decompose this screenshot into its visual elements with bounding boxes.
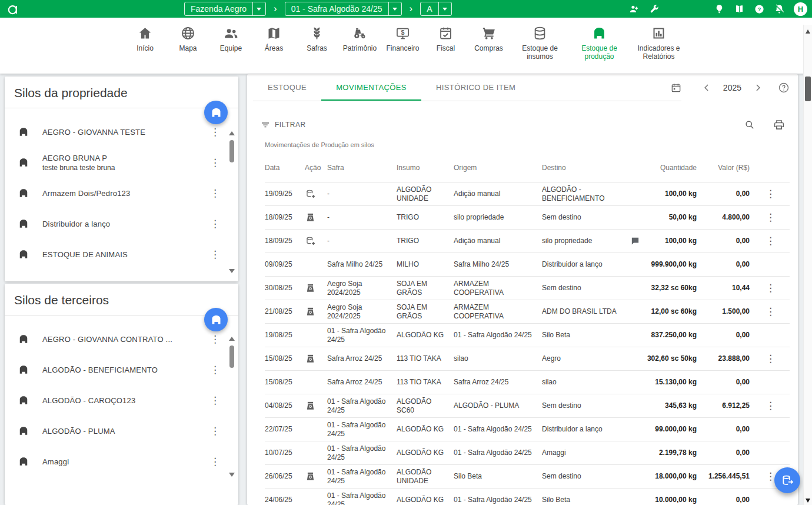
silo-menu-button[interactable]: ⋮ bbox=[210, 127, 218, 137]
movement-row: 26/06/2501 - Safra Algodão 24/25ALGODÃO … bbox=[265, 465, 790, 489]
notifications-off-icon[interactable] bbox=[774, 4, 785, 15]
tools-icon[interactable] bbox=[648, 4, 660, 15]
cell-insumo: TRIGO bbox=[397, 211, 454, 224]
silo-list-item[interactable]: ALGODÃO - BENEFICIAMENTO⋮ bbox=[5, 354, 238, 385]
farm-selector[interactable]: Fazenda Aegro bbox=[184, 2, 266, 16]
silo-menu-button[interactable]: ⋮ bbox=[210, 396, 218, 406]
aegro-logo-icon[interactable] bbox=[6, 1, 21, 16]
cell-quantidade: 100,00 kg bbox=[645, 234, 701, 248]
scroll-up-icon[interactable] bbox=[806, 29, 810, 34]
nav-item-indicadores-e-relatorios[interactable]: Indicadores e Relatórios bbox=[634, 25, 684, 61]
user-avatar[interactable]: H bbox=[794, 2, 807, 16]
plot-selector[interactable]: A bbox=[420, 2, 451, 16]
row-menu-button[interactable]: ⋮ bbox=[766, 401, 774, 411]
row-menu-button[interactable]: ⋮ bbox=[766, 212, 774, 222]
nav-item-patrimonio[interactable]: Patrimônio bbox=[343, 25, 377, 52]
row-menu-button[interactable]: ⋮ bbox=[766, 189, 774, 199]
scroll-down-icon[interactable] bbox=[806, 499, 810, 503]
silo-list-item[interactable]: AEGRO - GIOVANNA CONTRATO ...⋮ bbox=[5, 324, 238, 354]
breadcrumb-separator: › bbox=[274, 2, 277, 15]
row-menu-button[interactable]: ⋮ bbox=[766, 354, 774, 364]
cell-quantidade: 2.199,78 kg bbox=[645, 446, 701, 460]
scroll-down-icon[interactable] bbox=[229, 269, 235, 273]
nav-item-compras[interactable]: Compras bbox=[472, 25, 506, 52]
silo-name: ALGODÃO - PLUMA bbox=[42, 427, 210, 436]
tab-movimentacoes[interactable]: MOVIMENTAÇÕES bbox=[321, 74, 421, 101]
new-movement-button[interactable] bbox=[774, 467, 800, 493]
silo-menu-button[interactable]: ⋮ bbox=[210, 250, 218, 260]
nav-item-estoque-de-insumos[interactable]: Estoque de insumos bbox=[515, 25, 565, 61]
header-actions: ? H bbox=[628, 0, 807, 18]
tab-bar: ESTOQUE MOVIMENTAÇÕES HISTÓRICO DE ITEM bbox=[253, 74, 681, 101]
nav-item-financeiro[interactable]: $Financeiro bbox=[386, 25, 420, 52]
nav-item-equipe[interactable]: Equipe bbox=[214, 25, 248, 52]
next-year-button[interactable] bbox=[752, 82, 764, 94]
help-outline-icon[interactable] bbox=[778, 82, 790, 94]
nav-item-fiscal[interactable]: Fiscal bbox=[429, 25, 463, 52]
silo-list-item[interactable]: Armazem Dois/Pedro123⋮ bbox=[5, 178, 238, 208]
cell-destino: Aegro bbox=[542, 352, 630, 366]
cell-acao bbox=[305, 280, 327, 296]
row-menu-button[interactable]: ⋮ bbox=[766, 283, 774, 293]
cell-safra: 01 - Safra Algodão 24/25 bbox=[327, 324, 397, 347]
silo-menu-button[interactable]: ⋮ bbox=[210, 365, 218, 375]
breadcrumb: Fazenda Aegro › 01 - Safra Algodão 24/25… bbox=[184, 2, 452, 16]
scroll-thumb[interactable] bbox=[229, 140, 234, 162]
chevron-down-icon[interactable] bbox=[252, 2, 265, 15]
previous-year-button[interactable] bbox=[701, 82, 713, 94]
tab-estoque[interactable]: ESTOQUE bbox=[253, 74, 321, 101]
nav-item-estoque-de-producao[interactable]: Estoque de produção bbox=[574, 25, 625, 61]
nav-item-areas[interactable]: Áreas bbox=[257, 25, 291, 52]
silo-menu-button[interactable]: ⋮ bbox=[210, 158, 218, 168]
row-menu-button[interactable]: ⋮ bbox=[766, 236, 774, 246]
cell-safra: Safra Milho 24/25 bbox=[327, 258, 397, 271]
silo-list-item[interactable]: ALGODÃO - CAROÇO123⋮ bbox=[5, 385, 238, 416]
harvest-selector[interactable]: 01 - Safra Algodão 24/25 bbox=[285, 2, 402, 16]
tab-historico-de-item[interactable]: HISTÓRICO DE ITEM bbox=[421, 74, 530, 101]
search-icon[interactable] bbox=[744, 119, 756, 131]
silo-icon bbox=[18, 333, 29, 345]
silo-list-item[interactable]: ESTOQUE DE ANIMAIS⋮ bbox=[5, 239, 238, 270]
nav-item-safras[interactable]: Safras bbox=[300, 25, 334, 52]
tips-icon[interactable] bbox=[714, 4, 725, 15]
cell-acao bbox=[305, 498, 327, 503]
help-circle-icon[interactable]: ? bbox=[754, 4, 765, 15]
silo-menu-button[interactable]: ⋮ bbox=[210, 219, 218, 229]
silo-name: Amaggi bbox=[42, 457, 210, 466]
invite-user-icon[interactable] bbox=[628, 4, 640, 15]
row-menu-button[interactable]: ⋮ bbox=[766, 471, 774, 481]
add-third-party-silo-button[interactable] bbox=[204, 308, 228, 331]
silo-list-item[interactable]: AEGRO - GIOVANNA TESTE⋮ bbox=[5, 117, 238, 147]
own-silos-scrollbar bbox=[228, 131, 235, 273]
silo-menu-button[interactable]: ⋮ bbox=[210, 334, 218, 344]
cell-menu: ⋮ bbox=[754, 304, 790, 319]
scroll-down-icon[interactable] bbox=[229, 473, 235, 477]
silo-menu-button[interactable]: ⋮ bbox=[210, 457, 218, 467]
row-menu-button[interactable]: ⋮ bbox=[766, 307, 774, 317]
print-icon[interactable] bbox=[773, 119, 785, 131]
filter-button[interactable]: FILTRAR bbox=[260, 119, 306, 130]
silo-list-item[interactable]: ALGODÃO - PLUMA⋮ bbox=[5, 416, 238, 446]
add-own-silo-button[interactable] bbox=[204, 101, 228, 124]
comment-icon[interactable] bbox=[630, 236, 641, 246]
cell-data: 04/08/25 bbox=[265, 399, 305, 413]
silo-list-item[interactable]: AEGRO BRUNA Pteste bruna teste bruna⋮ bbox=[5, 147, 238, 178]
silo-menu-button[interactable]: ⋮ bbox=[210, 426, 218, 436]
silo-list-item[interactable]: Distribuidor a lanço⋮ bbox=[5, 208, 238, 239]
nav-item-mapa[interactable]: Mapa bbox=[171, 25, 205, 52]
calendar-icon[interactable] bbox=[670, 82, 682, 94]
scroll-up-icon[interactable] bbox=[229, 337, 235, 341]
silo-list-item[interactable]: Amaggi⋮ bbox=[5, 446, 238, 477]
silo-icon bbox=[18, 394, 29, 406]
silo-menu-button[interactable]: ⋮ bbox=[210, 188, 218, 198]
chevron-down-icon[interactable] bbox=[438, 2, 451, 15]
chevron-down-icon[interactable] bbox=[388, 2, 401, 15]
table-caption: Movimentações de Produção em silos bbox=[247, 141, 798, 153]
nav-item-inicio[interactable]: Início bbox=[128, 25, 162, 52]
silo-add-icon bbox=[305, 188, 322, 200]
scroll-up-icon[interactable] bbox=[229, 131, 235, 135]
manual-icon[interactable] bbox=[734, 4, 745, 15]
scroll-thumb[interactable] bbox=[229, 345, 234, 368]
plot-selector-value: A bbox=[421, 2, 438, 15]
scroll-thumb[interactable] bbox=[805, 77, 811, 101]
